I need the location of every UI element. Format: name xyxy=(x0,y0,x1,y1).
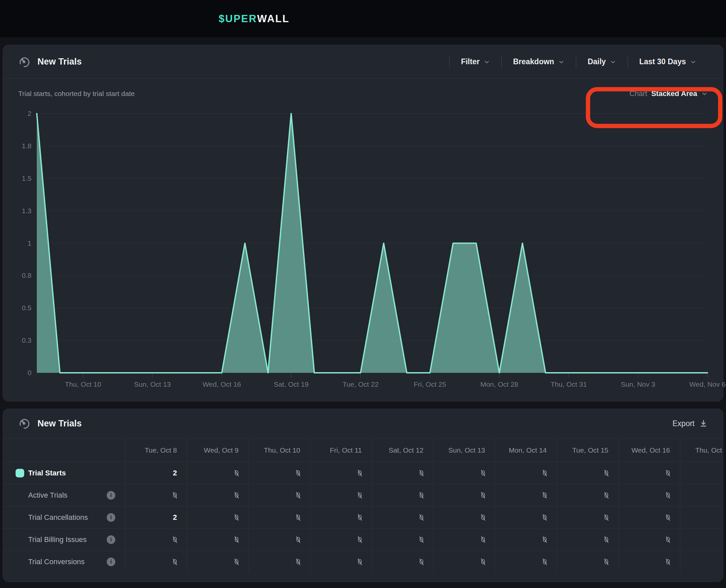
value-cell: 0 xyxy=(495,506,557,528)
x-axis-label: Wed, Oct 16 xyxy=(202,380,241,388)
info-icon[interactable]: i xyxy=(107,536,115,544)
chevron-down-icon xyxy=(690,59,697,65)
table-header-row: Tue, Oct 8Wed, Oct 9Thu, Oct 10Fri, Oct … xyxy=(3,438,723,462)
column-header: Tue, Oct 15 xyxy=(557,438,618,462)
row-label-cell: Trial Billing Issuesi xyxy=(3,528,125,551)
x-axis-label: Thu, Oct 10 xyxy=(65,380,101,388)
y-axis-label: 1 xyxy=(0,239,32,247)
value-cell xyxy=(680,506,723,528)
column-header: Sun, Oct 13 xyxy=(433,438,495,462)
value-cell: 0 xyxy=(618,551,680,573)
chart-type-selector[interactable]: Chart Stacked Area xyxy=(630,89,708,98)
value-cell xyxy=(680,484,723,506)
stacked-area-chart: 21.81.51.310.80.50.30Thu, Oct 10Sun, Oct… xyxy=(37,113,707,373)
value-cell: 0 xyxy=(187,462,248,484)
value-cell: 0 xyxy=(495,551,557,573)
value-cell: 0 xyxy=(125,528,187,551)
table-panel-header: New Trials Export xyxy=(3,409,723,438)
value-cell: 0 xyxy=(372,506,433,528)
granularity-dropdown[interactable]: Daily xyxy=(576,57,628,66)
y-axis-label: 1.8 xyxy=(0,142,32,150)
value-cell: 0 xyxy=(372,528,433,551)
x-axis-label: Fri, Oct 25 xyxy=(414,380,446,388)
date-range-dropdown[interactable]: Last 30 Days xyxy=(628,57,708,66)
y-axis-label: 0.3 xyxy=(0,336,32,344)
table-row: Trial Billing Issuesi000000000 xyxy=(3,528,723,551)
value-cell: 0 xyxy=(125,484,187,506)
value-cell: 0 xyxy=(618,506,680,528)
value-cell: 0 xyxy=(248,551,310,573)
value-cell: 0 xyxy=(557,484,618,506)
table-row: Trial Cancellationsi200000000 xyxy=(3,506,723,528)
filter-button[interactable]: Filter xyxy=(450,57,501,66)
chart-type-value: Stacked Area xyxy=(651,89,697,98)
value-cell: 0 xyxy=(495,528,557,551)
export-button[interactable]: Export xyxy=(673,419,708,428)
value-cell: 0 xyxy=(557,462,618,484)
value-cell: 0 xyxy=(433,484,495,506)
timer-icon xyxy=(18,417,31,430)
value-cell: 0 xyxy=(372,551,433,573)
chart-type-label: Chart xyxy=(630,89,647,98)
table-row: Active Trialsi000000000 xyxy=(3,484,723,506)
row-label: Trial Cancellations xyxy=(28,513,88,522)
breakdown-label: Breakdown xyxy=(513,57,554,66)
value-cell: 0 xyxy=(310,551,372,573)
export-label: Export xyxy=(673,419,694,428)
corner-cell xyxy=(3,438,125,462)
value-cell: 0 xyxy=(618,462,680,484)
x-axis-label: Sun, Nov 3 xyxy=(621,380,656,388)
info-icon[interactable]: i xyxy=(107,513,115,522)
x-axis-label: Thu, Oct 31 xyxy=(550,380,587,388)
breakdown-button[interactable]: Breakdown xyxy=(502,57,576,66)
value-cell: 0 xyxy=(495,462,557,484)
y-axis-label: 1.3 xyxy=(0,207,32,215)
x-axis-label: Mon, Oct 28 xyxy=(481,380,518,388)
row-label-cell: Trial Starts xyxy=(3,462,125,484)
chevron-down-icon xyxy=(701,90,708,97)
row-label: Active Trials xyxy=(28,491,67,500)
table-panel-title: New Trials xyxy=(37,419,82,429)
table-row: Trial Starts200000000 xyxy=(3,462,723,484)
info-icon[interactable]: i xyxy=(107,558,115,566)
value-cell: 0 xyxy=(557,528,618,551)
info-icon[interactable]: i xyxy=(107,491,115,500)
value-cell: 0 xyxy=(310,528,372,551)
value-cell: 0 xyxy=(248,484,310,506)
value-cell xyxy=(680,462,723,484)
value-cell: 0 xyxy=(372,484,433,506)
chart-subtitle: Trial starts, cohorted by trial start da… xyxy=(18,90,135,98)
logo-white-part: WALL xyxy=(257,13,289,25)
new-trials-table-panel: New Trials Export Tue, Oct 8Wed, Oct 9Th… xyxy=(3,408,723,582)
value-cell: 2 xyxy=(125,506,187,528)
value-cell: 2 xyxy=(125,462,187,484)
chart-x-ticks xyxy=(83,373,707,378)
value-cell: 0 xyxy=(248,528,310,551)
value-cell: 0 xyxy=(248,462,310,484)
y-axis-label: 2 xyxy=(0,110,32,118)
row-label: Trial Billing Issues xyxy=(28,536,86,544)
row-label: Trial Conversions xyxy=(28,558,84,566)
column-header: Wed, Oct 9 xyxy=(187,438,248,462)
timer-icon xyxy=(18,56,31,68)
date-range-label: Last 30 Days xyxy=(639,57,686,66)
value-cell: 0 xyxy=(433,462,495,484)
column-header: Thu, Oct 10 xyxy=(248,438,310,462)
y-axis-label: 0.5 xyxy=(0,304,32,312)
value-cell: 0 xyxy=(310,506,372,528)
column-header: Mon, Oct 14 xyxy=(495,438,557,462)
table-row: Trial Conversionsi000000000 xyxy=(3,551,723,573)
value-cell: 0 xyxy=(618,484,680,506)
column-header: Tue, Oct 8 xyxy=(125,438,187,462)
x-axis-label: Wed, Nov 6 xyxy=(689,380,725,388)
chart-plot xyxy=(37,113,707,378)
value-cell: 0 xyxy=(125,551,187,573)
column-header: Fri, Oct 11 xyxy=(310,438,372,462)
chevron-down-icon xyxy=(483,59,490,65)
download-icon xyxy=(699,419,708,428)
value-cell: 0 xyxy=(310,462,372,484)
value-cell: 0 xyxy=(187,551,248,573)
value-cell: 0 xyxy=(433,528,495,551)
filter-label: Filter xyxy=(461,57,480,66)
value-cell: 0 xyxy=(372,462,433,484)
